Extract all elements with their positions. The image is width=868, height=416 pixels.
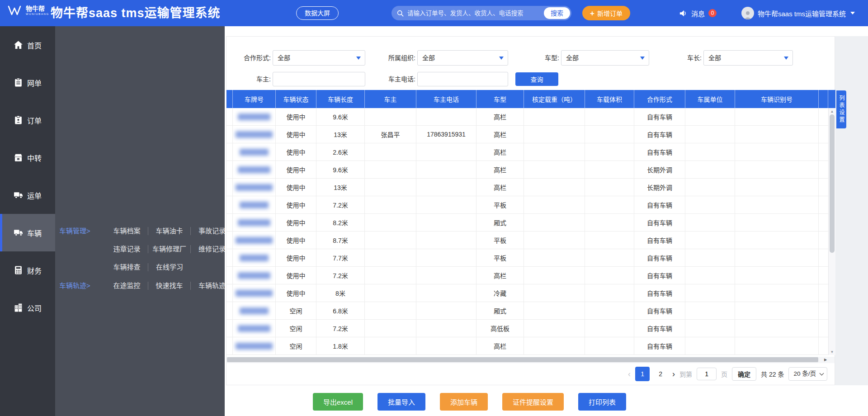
table-column-header[interactable]: 合作形式 [634, 90, 685, 108]
action-button[interactable]: 添加车辆 [440, 393, 488, 411]
plate-cell[interactable] [233, 214, 276, 231]
submenu-item[interactable]: 快速找车 [148, 282, 191, 290]
scroll-down-icon[interactable]: ▼ [829, 349, 835, 355]
user-menu[interactable]: 物牛帮saas tms运输管理系统 [741, 6, 855, 20]
sidebar-item-company[interactable]: 公司 [0, 289, 55, 326]
submenu-item[interactable]: 车辆油卡 [148, 227, 191, 235]
filter-select[interactable]: 全部 [417, 50, 508, 66]
table-column-header[interactable]: 车型 [476, 90, 524, 108]
submenu-group-label[interactable] [59, 258, 104, 276]
plate-cell[interactable] [233, 284, 276, 302]
sidebar-item-home[interactable]: 首页 [0, 26, 55, 64]
owner-phone-input[interactable] [417, 72, 508, 86]
messages-entry[interactable]: 消息 0 [679, 6, 717, 20]
plate-cell[interactable] [233, 161, 276, 178]
table-column-header[interactable]: 车载体积 [585, 90, 634, 108]
sidebar-item-transfer[interactable]: 1.1 中转 [0, 139, 55, 176]
submenu-group-label[interactable]: 车辆管理> [59, 222, 104, 240]
submenu-item[interactable]: 车辆修理厂 [148, 245, 191, 253]
table-row[interactable]: 使用中 2.6米 高栏 自有车辆 [226, 143, 828, 161]
query-button[interactable]: 查询 [515, 72, 558, 86]
plate-cell[interactable] [233, 337, 276, 355]
table-row[interactable]: 使用中 8.2米 厢式 自有车辆 [226, 214, 828, 232]
submenu-item[interactable]: 车辆排查 [106, 263, 148, 271]
sidebar-item-net-orders[interactable]: 网单 [0, 64, 55, 101]
next-page-icon[interactable]: › [672, 369, 675, 379]
plate-cell[interactable] [233, 179, 276, 196]
filter-select[interactable]: 全部 [561, 50, 649, 66]
table-column-header[interactable]: 车主电话 [416, 90, 476, 108]
table-row[interactable]: 使用中 13米 高栏 长期外调 [226, 179, 828, 196]
table-row[interactable]: 使用中 9.6米 高栏 长期外调 [226, 161, 828, 179]
plate-cell[interactable] [233, 267, 276, 284]
table-header: 车牌号车辆状态车辆长度车主车主电话车型核定载重（吨）车载体积合作形式车属单位车辆… [226, 90, 835, 108]
length-cell: 6.8米 [316, 302, 365, 319]
table-column-header[interactable]: 车辆识别号 [735, 90, 819, 108]
table-row[interactable]: 使用中 8.7米 平板 自有车辆 [226, 232, 828, 249]
unit-cell [685, 196, 735, 213]
new-order-button[interactable]: + 新增订单 [582, 6, 630, 20]
scroll-right-icon[interactable]: ▶ [824, 358, 827, 362]
submenu-item[interactable]: 违章记录 [106, 245, 148, 253]
page-size-select[interactable]: 20 条/页 [788, 367, 827, 381]
global-search[interactable]: 搜索 [392, 6, 571, 20]
horizontal-scrollbar[interactable]: ▶ [226, 357, 835, 363]
sidebar-item-vehicles[interactable]: 车辆 [0, 214, 55, 251]
action-button[interactable]: 批量导入 [377, 393, 425, 411]
table-row[interactable]: 空闲 6.8米 厢式 自有车辆 [226, 302, 828, 320]
plate-cell[interactable] [233, 196, 276, 213]
table-row[interactable]: 使用中 7.7米 平板 自有车辆 [226, 249, 828, 267]
table-column-header[interactable]: 车主 [365, 90, 416, 108]
table-column-header[interactable]: 车牌号 [233, 90, 276, 108]
plate-cell[interactable] [233, 302, 276, 319]
data-screen-button[interactable]: 数据大屏 [296, 6, 339, 20]
table-row[interactable]: 空闲 1.8米 高栏 自有车辆 [226, 337, 828, 355]
table-column-header[interactable]: 车属单位 [685, 90, 735, 108]
goto-confirm-button[interactable]: 确定 [732, 367, 756, 381]
table-column-header[interactable]: 车辆长度 [316, 90, 365, 108]
plate-cell[interactable] [233, 232, 276, 249]
action-button[interactable]: 证件提醒设置 [502, 393, 564, 411]
vertical-scrollbar-thumb[interactable] [830, 114, 835, 253]
table-column-header[interactable]: 核定载重（吨） [524, 90, 585, 108]
plate-cell[interactable] [233, 320, 276, 337]
filter-select[interactable]: 全部 [703, 50, 793, 66]
table-row[interactable]: 使用中 13米 张昌平 17863915931 高栏 自有车辆 [226, 126, 828, 143]
list-settings-tab[interactable]: 列表设置 [836, 90, 846, 128]
table-row[interactable]: 空闲 7.2米 高低板 自有车辆 [226, 320, 828, 337]
table-row[interactable]: 使用中 9.6米 高栏 自有车辆 [226, 108, 828, 126]
home-icon [14, 40, 23, 50]
sidebar-item-orders[interactable]: 订单 [0, 101, 55, 139]
filter-row-2: 车主: 车主电话: 查询 [226, 72, 835, 86]
submenu-group-label[interactable] [59, 240, 104, 258]
action-button[interactable]: 导出excel [313, 393, 363, 411]
prev-page-icon[interactable]: ‹ [628, 369, 631, 379]
sidebar-item-finance[interactable]: 财务 [0, 251, 55, 289]
submenu-group-label[interactable]: 车辆轨迹> [59, 277, 104, 295]
search-button[interactable]: 搜索 [544, 7, 570, 19]
table-row[interactable]: 使用中 7.2米 高栏 自有车辆 [226, 267, 828, 284]
owner-input[interactable] [273, 72, 365, 86]
submenu-item[interactable]: 车辆档案 [106, 227, 148, 235]
plate-cell[interactable] [233, 108, 276, 125]
submenu-item[interactable]: 在线学习 [148, 263, 191, 271]
table-column-header[interactable]: 车辆状态 [276, 90, 316, 108]
search-input[interactable] [407, 10, 540, 17]
plate-cell[interactable] [233, 143, 276, 161]
plate-cell[interactable] [233, 126, 276, 143]
horizontal-scrollbar-thumb[interactable] [227, 357, 818, 362]
owner-cell [365, 108, 416, 125]
sidebar-item-label: 车辆 [27, 227, 42, 238]
page-number-button[interactable]: 1 [635, 367, 650, 381]
sidebar-item-waybills[interactable]: 运单 [0, 176, 55, 214]
filter-select[interactable]: 全部 [273, 50, 365, 66]
vertical-scrollbar[interactable]: ▲ ▼ [828, 108, 835, 355]
plate-cell[interactable] [233, 249, 276, 266]
submenu-item[interactable]: 在途监控 [106, 282, 148, 290]
table-row[interactable]: 使用中 8米 冷藏 自有车辆 [226, 284, 828, 302]
scroll-up-icon[interactable]: ▲ [829, 108, 835, 114]
page-number-button[interactable]: 2 [653, 367, 668, 381]
action-button[interactable]: 打印列表 [578, 393, 626, 411]
goto-page-input[interactable] [697, 368, 717, 380]
table-row[interactable]: 使用中 7.2米 平板 自有车辆 [226, 196, 828, 214]
